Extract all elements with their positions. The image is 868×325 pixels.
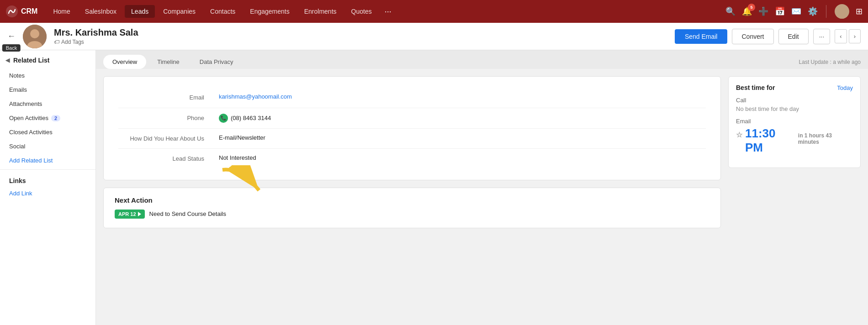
email-label: Email xyxy=(118,93,219,102)
tabs-list: Overview Timeline Data Privacy xyxy=(103,55,243,69)
edit-button[interactable]: Edit xyxy=(778,29,809,44)
sidebar-closed-activities-label: Closed Activities xyxy=(9,129,53,136)
best-time-title: Best time for xyxy=(736,84,775,91)
sidebar-item-notes[interactable]: Notes xyxy=(0,68,95,83)
svg-point-1 xyxy=(839,6,845,13)
top-navigation: CRM Home SalesInbox Leads Companies Cont… xyxy=(0,0,868,23)
arrow-annotation xyxy=(195,165,277,204)
star-icon: ☆ xyxy=(736,131,742,139)
back-tooltip: Back xyxy=(2,44,21,52)
lead-name: Mrs. Karishma Sala xyxy=(54,27,667,38)
send-email-button[interactable]: Send Email xyxy=(675,29,728,44)
nav-engagements[interactable]: Engagements xyxy=(243,5,296,18)
avatar[interactable] xyxy=(835,4,849,19)
sidebar-emails-label: Emails xyxy=(9,86,27,93)
add-tags-label: Add Tags xyxy=(61,39,84,45)
settings-icon[interactable]: ⚙️ xyxy=(808,6,818,16)
best-time-call-label: Call xyxy=(736,97,853,104)
convert-button[interactable]: Convert xyxy=(732,29,773,44)
tab-overview[interactable]: Overview xyxy=(103,55,146,69)
overview-content: Email karishmas@yahoomail.com Phone 📞 (0… xyxy=(96,69,868,236)
back-arrow-icon: ← xyxy=(7,31,16,41)
subheader-actions: Send Email Convert Edit ··· ‹ › xyxy=(675,29,861,44)
prev-arrow[interactable]: ‹ xyxy=(835,29,847,43)
email-link[interactable]: karishmas@yahoomail.com xyxy=(219,93,292,100)
sidebar-attachments-label: Attachments xyxy=(9,100,42,107)
sidebar-item-attachments[interactable]: Attachments xyxy=(0,97,95,111)
lead-avatar xyxy=(23,25,47,48)
best-time-today[interactable]: Today xyxy=(837,84,853,91)
divider xyxy=(826,5,826,18)
related-list-label: Related List xyxy=(13,57,49,64)
grid-icon[interactable]: ⊞ xyxy=(856,6,863,16)
best-time-call-value: No best time for the day xyxy=(736,105,853,112)
back-button[interactable]: ← Back xyxy=(7,31,16,41)
email-row: Email karishmas@yahoomail.com xyxy=(118,88,706,108)
subheader: ← Back Mrs. Karishma Sala 🏷 Add Tags Sen… xyxy=(0,23,868,50)
nav-contacts[interactable]: Contacts xyxy=(204,5,242,18)
best-time-email-label: Email xyxy=(736,118,853,125)
topnav-right: 🔍 🔔 5 ➕ 📅 ✉️ ⚙️ ⊞ xyxy=(725,4,863,19)
how-hear-row: How Did You Hear About Us E-mail/Newslet… xyxy=(118,129,706,149)
svg-point-4 xyxy=(30,29,39,38)
next-action-row: APR 12 Need to Send Course Details xyxy=(115,210,709,219)
nav-links: Home SalesInbox Leads Companies Contacts… xyxy=(47,5,725,18)
email-time-sub: in 1 hours 43 minutes xyxy=(798,132,853,145)
sidebar-item-social[interactable]: Social xyxy=(0,139,95,153)
phone-row: Phone 📞 (08) 8463 3144 xyxy=(118,108,706,129)
next-arrow[interactable]: › xyxy=(849,29,861,43)
nav-enrolments[interactable]: Enrolments xyxy=(298,5,343,18)
phone-value: 📞 (08) 8463 3144 xyxy=(219,114,271,123)
calendar-icon[interactable]: 📅 xyxy=(775,6,785,16)
tab-timeline[interactable]: Timeline xyxy=(148,55,189,69)
lead-info: Mrs. Karishma Sala 🏷 Add Tags xyxy=(54,27,667,45)
tab-data-privacy[interactable]: Data Privacy xyxy=(191,55,243,69)
sidebar: ◀ Related List Notes Emails Attachments … xyxy=(0,50,96,325)
logo-text: CRM xyxy=(21,7,37,16)
email-value: karishmas@yahoomail.com xyxy=(219,93,292,100)
main-cards-wrap: Email karishmas@yahoomail.com Phone 📞 (0… xyxy=(103,76,721,228)
add-tags-button[interactable]: 🏷 Add Tags xyxy=(54,39,667,45)
sidebar-social-label: Social xyxy=(9,143,25,150)
main-layout: ◀ Related List Notes Emails Attachments … xyxy=(0,50,868,325)
nav-more[interactable]: ··· xyxy=(380,5,396,18)
sidebar-item-emails[interactable]: Emails xyxy=(0,83,95,97)
nav-arrows: ‹ › xyxy=(835,29,861,43)
right-panel: Best time for Today Call No best time fo… xyxy=(728,76,861,228)
add-link-link[interactable]: Add Link xyxy=(0,186,95,200)
sidebar-open-activities-label: Open Activities xyxy=(9,115,48,121)
nav-salesinbox[interactable]: SalesInbox xyxy=(79,5,123,18)
mail-icon[interactable]: ✉️ xyxy=(791,6,801,16)
sidebar-toggle-icon[interactable]: ◀ xyxy=(5,57,10,63)
apr-badge: APR 12 xyxy=(115,210,145,219)
related-list-header: ◀ Related List xyxy=(0,50,95,68)
lead-status-label: Lead Status xyxy=(118,154,219,163)
sidebar-item-open-activities[interactable]: Open Activities 2 xyxy=(0,111,95,125)
nav-companies[interactable]: Companies xyxy=(157,5,202,18)
nav-home[interactable]: Home xyxy=(47,5,76,18)
open-activities-badge: 2 xyxy=(51,115,60,121)
more-actions-button[interactable]: ··· xyxy=(813,29,831,44)
logo: CRM xyxy=(5,5,37,18)
search-icon[interactable]: 🔍 xyxy=(725,6,736,16)
content-area: Overview Timeline Data Privacy Last Upda… xyxy=(96,50,868,325)
lead-status-value: Not Interested xyxy=(219,154,256,161)
links-section-label: Links xyxy=(0,172,95,186)
sidebar-item-closed-activities[interactable]: Closed Activities xyxy=(0,125,95,139)
add-icon[interactable]: ➕ xyxy=(758,6,768,16)
nav-leads[interactable]: Leads xyxy=(125,5,155,18)
how-hear-value: E-mail/Newsletter xyxy=(219,134,265,141)
best-time-header: Best time for Today xyxy=(736,84,853,91)
email-time-value: 11:30 PM xyxy=(745,126,795,155)
sidebar-divider xyxy=(0,169,95,170)
tabs-bar: Overview Timeline Data Privacy Last Upda… xyxy=(96,50,868,69)
add-related-list-link[interactable]: Add Related List xyxy=(0,153,95,168)
next-action-text: Need to Send Course Details xyxy=(149,210,226,217)
last-update: Last Update : a while ago xyxy=(799,59,861,69)
notifications-icon[interactable]: 🔔 5 xyxy=(742,6,752,16)
best-time-card: Best time for Today Call No best time fo… xyxy=(728,76,861,168)
next-action-card: Next Action APR 12 Need to Send Course D… xyxy=(103,188,721,228)
nav-quotes[interactable]: Quotes xyxy=(345,5,378,18)
how-hear-label: How Did You Hear About Us xyxy=(118,134,219,143)
best-time-email-section: Email ☆ 11:30 PM in 1 hours 43 minutes xyxy=(736,118,853,155)
